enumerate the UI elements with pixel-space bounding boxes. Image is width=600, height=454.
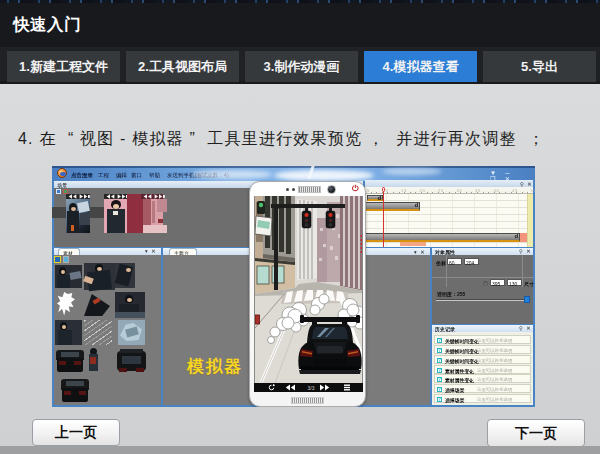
svg-text:3/3: 3/3 — [308, 385, 315, 391]
